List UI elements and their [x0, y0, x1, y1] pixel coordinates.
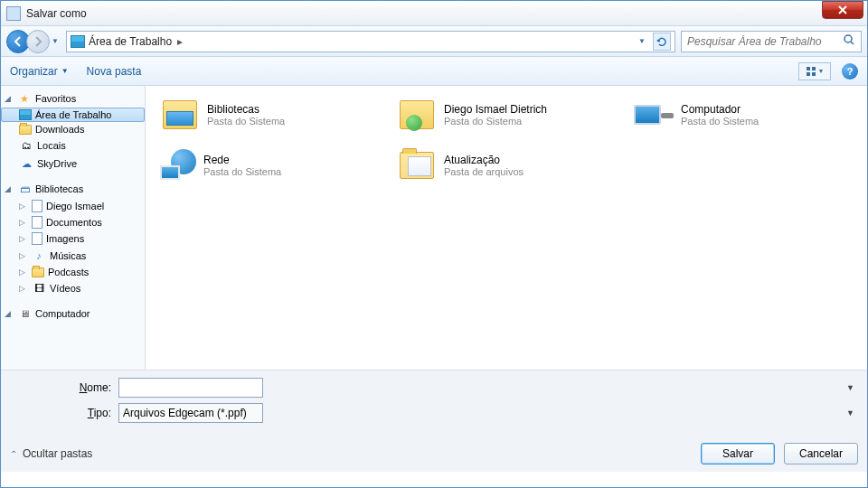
item-name: Bibliotecas [207, 103, 285, 116]
sidebar-item-places[interactable]: 🗂 Locais [1, 136, 145, 155]
view-mode-button[interactable]: ▼ [798, 62, 831, 80]
sidebar-item-label: Vídeos [50, 283, 80, 294]
sidebar-item-documents[interactable]: ▷Documentos [1, 214, 145, 230]
organize-button[interactable]: Organizar ▼ [10, 65, 69, 78]
caret-down-icon: ◢ [5, 184, 14, 193]
sidebar[interactable]: ◢ ★ Favoritos Área de Trabalho Downloads… [1, 86, 146, 370]
caret-right-icon: ▷ [19, 218, 28, 227]
user-folder-icon [397, 97, 437, 133]
chevron-down-icon: ▼ [818, 68, 825, 74]
help-button[interactable]: ? [842, 63, 858, 80]
new-folder-button[interactable]: Nova pasta [87, 65, 142, 78]
sidebar-item-label: Downloads [35, 124, 84, 135]
sidebar-item-label: Locais [37, 140, 66, 151]
svg-rect-3 [807, 72, 810, 76]
hide-folders-label: Ocultar pastas [23, 447, 92, 460]
item-desc: Pasta do Sistema [444, 116, 547, 127]
caret-down-icon: ◢ [5, 94, 14, 103]
sidebar-item-downloads[interactable]: Downloads [1, 122, 145, 136]
help-icon: ? [847, 66, 854, 77]
close-button[interactable] [822, 1, 863, 19]
svg-rect-4 [812, 72, 816, 76]
item-libraries[interactable]: Bibliotecas Pasta do Sistema [156, 93, 382, 136]
nav-forward-button[interactable] [26, 30, 50, 53]
sidebar-header-computer[interactable]: ◢ 🖥 Computador [1, 305, 145, 323]
caret-right-icon: ▷ [19, 202, 28, 211]
desktop-icon [71, 35, 85, 48]
breadcrumb-chevron-icon[interactable]: ▸ [177, 35, 183, 48]
video-icon: 🎞 [32, 281, 46, 296]
sidebar-item-images[interactable]: ▷Imagens [1, 230, 145, 247]
svg-point-0 [844, 35, 852, 42]
sidebar-header-libraries[interactable]: ◢ 🗃 Bibliotecas [1, 180, 145, 198]
new-folder-label: Nova pasta [87, 65, 142, 78]
sidebar-header-favorites[interactable]: ◢ ★ Favoritos [1, 89, 145, 108]
places-icon: 🗂 [19, 138, 33, 153]
toolbar: Organizar ▼ Nova pasta ▼ ? [1, 57, 867, 86]
sidebar-item-label: Imagens [46, 233, 84, 244]
chevron-down-icon[interactable]: ▼ [846, 408, 854, 418]
refresh-button[interactable] [653, 33, 671, 51]
item-network[interactable]: Rede Pasta do Sistema [156, 144, 382, 187]
folder-icon [400, 152, 434, 179]
addressbar[interactable]: Área de Trabalho ▸ ▼ [66, 31, 675, 52]
sidebar-item-label: Podcasts [48, 267, 89, 277]
arrow-right-icon [32, 35, 44, 48]
computer-icon [634, 97, 674, 133]
nav-history-dropdown[interactable]: ▼ [50, 31, 61, 52]
item-name: Computador [681, 103, 759, 116]
item-grid: Bibliotecas Pasta do Sistema Diego Ismae… [156, 93, 856, 187]
sidebar-item-videos[interactable]: ▷🎞Vídeos [1, 279, 145, 297]
cancel-button[interactable]: Cancelar [784, 443, 858, 465]
sidebar-item-podcasts[interactable]: ▷Podcasts [1, 265, 145, 279]
type-label: Tipo: [10, 407, 118, 419]
cloud-icon: ☁ [19, 156, 33, 171]
computer-label: Computador [35, 308, 90, 319]
svg-rect-2 [812, 67, 816, 70]
image-icon [32, 232, 42, 245]
close-icon [837, 5, 848, 15]
library-icon: 🗃 [17, 182, 32, 196]
address-dropdown[interactable]: ▼ [633, 33, 651, 51]
sidebar-item-skydrive[interactable]: ☁ SkyDrive [1, 155, 145, 173]
sidebar-item-desktop[interactable]: Área de Trabalho [1, 108, 145, 122]
address-text: Área de Trabalho [89, 35, 172, 48]
doc-icon [32, 216, 42, 229]
item-desc: Pasta do Sistema [203, 166, 281, 177]
item-folder-atualizacao[interactable]: Atualização Pasta de arquivos [393, 144, 619, 187]
item-name: Rede [203, 154, 281, 166]
sidebar-item-label: Músicas [50, 250, 86, 261]
sidebar-group-computer: ◢ 🖥 Computador [1, 305, 145, 323]
search-icon[interactable] [843, 33, 855, 49]
item-computer[interactable]: Computador Pasta do Sistema [630, 93, 856, 136]
content-area[interactable]: Bibliotecas Pasta do Sistema Diego Ismae… [146, 86, 867, 370]
titlebar: Salvar como [1, 1, 867, 26]
searchbox[interactable] [681, 31, 862, 52]
folder-icon [19, 125, 32, 135]
item-desc: Pasta do Sistema [681, 116, 759, 127]
sidebar-item-music[interactable]: ▷♪Músicas [1, 247, 145, 265]
row-filename: NNome:ome: ▼ [10, 378, 858, 398]
chevron-down-icon: ▼ [638, 37, 646, 45]
search-input[interactable] [687, 35, 843, 48]
row-filetype: Tipo: ▼ [10, 403, 858, 423]
item-name: Atualização [444, 154, 524, 166]
svg-rect-1 [807, 67, 810, 70]
hide-folders-toggle[interactable]: ⌃ Ocultar pastas [10, 447, 92, 460]
filetype-select[interactable] [118, 403, 263, 423]
caret-down-icon: ◢ [5, 309, 14, 318]
view-icon [806, 66, 816, 77]
favorites-label: Favoritos [35, 93, 76, 104]
network-icon [160, 149, 196, 182]
name-label: NNome:ome: [10, 381, 118, 394]
sidebar-group-libraries: ◢ 🗃 Bibliotecas ▷Diego Ismael ▷Documento… [1, 180, 145, 297]
save-button[interactable]: Salvar [701, 443, 775, 465]
item-user[interactable]: Diego Ismael Dietrich Pasta do Sistema [393, 93, 619, 136]
chevron-down-icon[interactable]: ▼ [846, 383, 854, 392]
item-desc: Pasta de arquivos [444, 166, 524, 177]
libraries-label: Bibliotecas [35, 183, 83, 194]
music-icon: ♪ [32, 249, 46, 263]
doc-icon [32, 200, 42, 212]
filename-input[interactable] [118, 378, 263, 398]
sidebar-item-user[interactable]: ▷Diego Ismael [1, 198, 145, 214]
